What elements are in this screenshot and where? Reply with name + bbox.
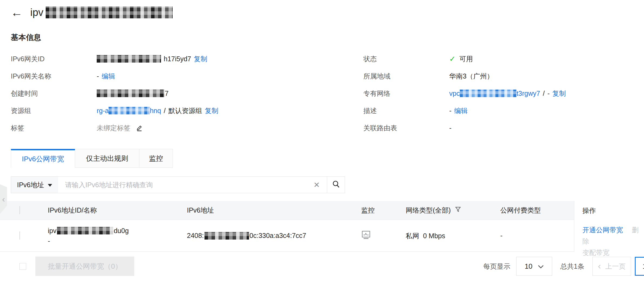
tags-value: 未绑定标签: [97, 124, 130, 132]
row-tags: 标签 未绑定标签: [11, 119, 363, 137]
row-created-time: 创建时间 7: [11, 85, 363, 102]
table-row: ipv du0g - 2408: 0c:330a:a3c4:7cc7: [0, 220, 644, 252]
tab-ipv6-public-bandwidth[interactable]: IPv6公网带宽: [11, 149, 75, 168]
edit-gateway-name-link[interactable]: 编辑: [102, 72, 115, 81]
back-arrow-icon[interactable]: ←: [11, 6, 23, 18]
resource-group-link[interactable]: rg-a hnq: [97, 107, 161, 115]
separator: /: [543, 90, 545, 97]
basic-info-heading: 基本信息: [11, 32, 644, 43]
gateway-name-value: -: [97, 72, 99, 80]
footer-select-all-checkbox[interactable]: [19, 263, 26, 270]
chevron-down-icon: [538, 262, 544, 271]
row-resource-group: 资源组 rg-a hnq / 默认资源组 复制: [11, 102, 363, 119]
column-header-network-type: 网络类型(全部): [406, 206, 451, 215]
table-footer: 批量开通公网带宽（0） 每页显示 10 总共1条 ‹ 上一页 1: [0, 252, 644, 281]
search-bar: IPv6地址 ✕: [11, 176, 345, 193]
cell-ipv6-address: 2408: 0c:330a:a3c4:7cc7: [187, 232, 361, 240]
row-status: 状态 ✓ 可用: [363, 50, 644, 67]
route-table-value: -: [449, 124, 451, 132]
batch-enable-bandwidth-button[interactable]: 批量开通公网带宽（0）: [35, 257, 134, 276]
chevron-left-icon: ‹: [598, 261, 601, 270]
basic-info-right-column: 状态 ✓ 可用 所属地域 华南3（广州） 专有网络 vpc: [363, 50, 644, 137]
pagination: 每页显示 10 总共1条 ‹ 上一页 1: [483, 257, 644, 276]
row-description: 描述 - 编辑: [363, 102, 644, 119]
status-label: 状态: [363, 54, 449, 63]
description-label: 描述: [363, 106, 449, 115]
chevron-left-icon: ‹: [2, 194, 5, 204]
vpc-name-value: -: [547, 90, 549, 97]
filter-funnel-icon[interactable]: [455, 206, 461, 214]
row-route-table: 关联路由表 -: [363, 119, 644, 137]
description-value: -: [449, 107, 451, 115]
caret-down-icon: [48, 184, 52, 187]
row-name: -: [48, 236, 187, 246]
gateway-id-suffix: h17i5yd7: [164, 55, 191, 63]
tab-monitoring[interactable]: 监控: [139, 149, 173, 168]
resource-group-link-prefix: rg-a: [97, 107, 109, 115]
search-input[interactable]: [58, 177, 307, 193]
ipv6-suffix: 0c:330a:a3c4:7cc7: [250, 232, 306, 240]
tab-egress-only-rules[interactable]: 仅主动出规则: [75, 149, 139, 168]
cell-network-type: 私网 0 Mbps: [406, 231, 500, 241]
column-header-id-name: IPv6地址ID/名称: [48, 206, 187, 215]
edit-tags-pencil-icon[interactable]: [136, 124, 143, 131]
resource-group-name: 默认资源组: [168, 106, 202, 115]
ipv6-prefix: 2408:: [187, 232, 204, 240]
page-title-prefix: ipv: [30, 7, 43, 18]
prev-page-label: 上一页: [605, 262, 626, 271]
created-time-label: 创建时间: [11, 89, 97, 98]
copy-gateway-id-link[interactable]: 复制: [194, 54, 207, 63]
vpc-link-suffix: t3rgwy7: [516, 90, 540, 97]
redacted-ipv6: [204, 232, 249, 240]
resource-group-label: 资源组: [11, 106, 97, 115]
column-header-monitor: 监控: [361, 206, 406, 215]
copy-resource-group-link[interactable]: 复制: [205, 106, 218, 115]
route-table-label: 关联路由表: [363, 124, 449, 132]
basic-info-left-column: IPv6网关ID h17i5yd7 复制 IPv6网关名称 - 编辑 创建: [11, 50, 363, 137]
status-badge: 可用: [459, 54, 473, 63]
page-title: ipv: [30, 6, 173, 18]
row-gateway-name: IPv6网关名称 - 编辑: [11, 67, 363, 85]
created-time-suffix: 7: [165, 90, 169, 97]
cell-monitor: [361, 230, 406, 241]
vpc-link-prefix: vpc: [449, 90, 460, 97]
resource-group-link-suffix: hnq: [150, 107, 161, 115]
redacted-vpc-id: [460, 90, 516, 97]
ipv6-gateway-detail-page: ← ipv 基本信息 IPv6网关ID h17i5yd7 复制 IPv6网关名称: [0, 0, 644, 307]
row-id-prefix: ipv: [48, 226, 56, 236]
tab-bar: IPv6公网带宽 仅主动出规则 监控: [11, 149, 644, 168]
redacted-title-text: [46, 6, 173, 18]
search-icon: [332, 180, 340, 189]
prev-page-button[interactable]: ‹ 上一页: [592, 257, 631, 276]
basic-info-section: 基本信息 IPv6网关ID h17i5yd7 复制 IPv6网关名称 - 编辑: [11, 32, 644, 137]
page-size-select[interactable]: 10: [516, 257, 552, 276]
region-value: 华南3（广州）: [449, 72, 494, 81]
row-region: 所属地域 华南3（广州）: [363, 67, 644, 85]
column-header-billing-type: 公网付费类型: [500, 206, 574, 215]
redacted-gateway-id: [97, 55, 161, 63]
operations-column: 操作 开通公网带宽 删除 变配带宽: [574, 201, 644, 252]
current-page-button[interactable]: 1: [635, 257, 644, 276]
redacted-row-id: [57, 227, 113, 234]
vpc-link[interactable]: vpc t3rgwy7: [449, 90, 540, 97]
row-checkbox[interactable]: [19, 231, 20, 240]
copy-vpc-link[interactable]: 复制: [552, 89, 566, 98]
redacted-created-time: [97, 90, 164, 97]
enable-public-bandwidth-link[interactable]: 开通公网带宽: [582, 226, 623, 234]
select-all-checkbox[interactable]: [19, 206, 20, 214]
clear-search-icon[interactable]: ✕: [307, 180, 327, 189]
cell-billing-type: -: [500, 232, 574, 240]
bandwidth-value: 0 Mbps: [423, 231, 445, 241]
row-gateway-id: IPv6网关ID h17i5yd7 复制: [11, 50, 363, 67]
page-size-value: 10: [525, 262, 532, 271]
region-label: 所属地域: [363, 72, 449, 81]
search-field-selector[interactable]: IPv6地址: [11, 177, 58, 193]
page-size-label: 每页显示: [483, 262, 510, 271]
search-field-selector-label: IPv6地址: [17, 180, 44, 189]
edit-description-link[interactable]: 编辑: [454, 106, 468, 115]
column-header-actions: 操作: [574, 201, 644, 220]
gateway-name-label: IPv6网关名称: [11, 72, 97, 81]
monitor-chart-icon[interactable]: [361, 233, 371, 241]
ipv6-address-table: IPv6地址ID/名称 IPv6地址 监控 网络类型(全部) 公网付费类型 ip…: [0, 201, 644, 252]
search-button[interactable]: [327, 177, 345, 193]
